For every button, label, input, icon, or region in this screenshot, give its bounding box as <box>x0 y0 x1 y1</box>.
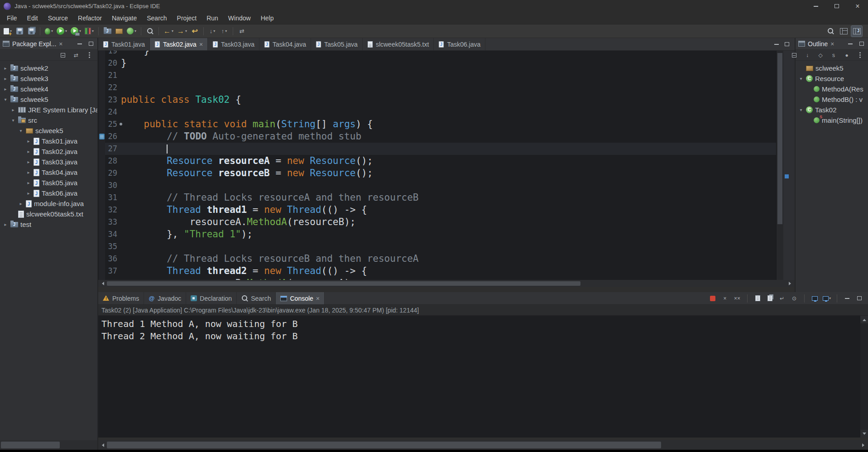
view-tab-search[interactable]: Search <box>237 292 276 304</box>
tree-item-task02[interactable]: ▾Task02 <box>796 105 868 115</box>
last-edit-location-button[interactable]: ↩ <box>189 26 200 37</box>
expander-collapsed-icon[interactable]: ▸ <box>3 66 8 71</box>
tree-item-sclweek2[interactable]: ▸sclweek2 <box>0 63 97 73</box>
editor-tab-task06-java[interactable]: Task06.java <box>434 38 485 50</box>
menu-source[interactable]: Source <box>43 12 73 24</box>
scroll-right-arrow-icon[interactable] <box>787 280 795 287</box>
line-number[interactable]: 26 <box>105 130 121 143</box>
line-number[interactable]: 21 <box>105 69 121 82</box>
console-vertical-scrollbar[interactable] <box>860 316 868 438</box>
scrollbar-thumb[interactable] <box>107 281 580 286</box>
line-number[interactable]: 27 <box>105 143 121 155</box>
code-line[interactable]: 33 resourceA.MethodA(resourceB); <box>105 216 776 228</box>
line-number[interactable]: 35 <box>105 240 121 253</box>
menu-run[interactable]: Run <box>201 12 223 24</box>
line-number[interactable]: 28 <box>105 155 121 167</box>
code-line[interactable]: 31 // Thread Locks resourceA and then re… <box>105 192 776 204</box>
line-number[interactable]: 24 <box>105 106 121 118</box>
expander-collapsed-icon[interactable]: ▸ <box>10 107 16 112</box>
editor-horizontal-scrollbar[interactable] <box>98 280 795 287</box>
expander-expanded-icon[interactable]: ▾ <box>10 118 16 123</box>
menu-help[interactable]: Help <box>256 12 279 24</box>
code-line[interactable]: 32 Thread thread1 = new Thread(() -> { <box>105 204 776 216</box>
code-pane[interactable]: 19 }20}212223public class Task02 {2425 p… <box>105 51 776 280</box>
code-line[interactable]: 35 <box>105 240 776 253</box>
outline-title[interactable]: Outline <box>808 40 828 48</box>
hide-non-public-members-button[interactable]: ● <box>842 50 851 60</box>
line-number[interactable]: 23 <box>105 94 121 106</box>
annotation-ruler[interactable] <box>99 51 105 280</box>
save-all-button[interactable] <box>26 26 37 37</box>
view-tab-console[interactable]: Console× <box>276 292 325 304</box>
code-line[interactable]: 28 Resource resourceA = new Resource(); <box>105 155 776 167</box>
save-button[interactable] <box>14 26 25 37</box>
editor-vertical-scrollbar[interactable] <box>776 51 783 280</box>
close-tab-icon[interactable]: × <box>199 41 203 48</box>
tree-item-methodb-v[interactable]: MethodB() : v <box>796 94 868 105</box>
code-line[interactable]: 34 }, "Thread 1"); <box>105 228 776 240</box>
next-annotation-button[interactable]: ↓▾ <box>207 26 218 37</box>
code-line[interactable]: 22 <box>105 82 776 94</box>
overview-marker-icon[interactable] <box>785 174 789 178</box>
expander-collapsed-icon[interactable]: ▸ <box>26 149 31 154</box>
scroll-left-arrow-icon[interactable] <box>98 280 106 287</box>
tree-item-module-info-java[interactable]: ▸module-info.java <box>0 198 97 209</box>
close-view-icon[interactable]: × <box>59 41 62 47</box>
tree-item-task04-java[interactable]: ▸Task04.java <box>0 167 97 178</box>
maximize-view-button[interactable] <box>858 41 865 47</box>
java-perspective-button[interactable] <box>851 26 862 37</box>
tree-item-resource[interactable]: ▾Resource <box>796 73 868 84</box>
previous-annotation-button[interactable]: ↑▾ <box>219 26 230 37</box>
close-window-button[interactable]: × <box>847 0 868 12</box>
view-menu-button[interactable] <box>85 50 94 60</box>
line-number[interactable]: 25 <box>105 118 121 130</box>
scrollbar-thumb[interactable] <box>1 442 60 448</box>
terminate-button[interactable] <box>708 293 717 303</box>
editor-tab-task03-java[interactable]: Task03.java <box>208 38 259 50</box>
code-editor[interactable]: 19 }20}212223public class Task02 {2425 p… <box>98 51 795 280</box>
tree-item-task03-java[interactable]: ▸Task03.java <box>0 157 97 167</box>
menu-project[interactable]: Project <box>172 12 202 24</box>
tree-item-src[interactable]: ▾src <box>0 115 97 125</box>
new-wizard-button[interactable]: ▾ <box>2 26 13 37</box>
open-search-dialog-button[interactable] <box>144 26 155 37</box>
new-class-button[interactable]: ▾ <box>125 26 138 37</box>
menu-refactor[interactable]: Refactor <box>73 12 107 24</box>
expander-collapsed-icon[interactable]: ▸ <box>26 159 31 164</box>
maximize-window-button[interactable] <box>826 0 847 12</box>
collapse-all-button[interactable] <box>58 50 67 60</box>
code-line[interactable]: 25 public static void main(String[] args… <box>105 118 776 130</box>
open-console-button[interactable]: ▾ <box>822 293 831 303</box>
expander-expanded-icon[interactable]: ▾ <box>798 76 804 81</box>
minimize-view-button[interactable] <box>847 41 854 47</box>
scroll-left-arrow-icon[interactable] <box>98 440 106 450</box>
expander-expanded-icon[interactable]: ▾ <box>798 107 804 112</box>
expander-collapsed-icon[interactable]: ▸ <box>26 191 31 196</box>
back-button[interactable]: ←▾ <box>162 26 175 37</box>
debug-button[interactable]: ▾ <box>43 26 54 37</box>
code-line[interactable]: 21 <box>105 69 776 82</box>
tree-item-task02-java[interactable]: ▸Task02.java <box>0 146 97 157</box>
line-number[interactable]: 34 <box>105 228 121 240</box>
tree-item-sclweek5[interactable]: ▾sclweek5 <box>0 125 97 136</box>
tree-item-sclweek3[interactable]: ▸sclweek3 <box>0 73 97 84</box>
expander-collapsed-icon[interactable]: ▸ <box>26 139 31 144</box>
line-number[interactable]: 20 <box>105 57 121 69</box>
link-with-editor-button[interactable]: ⇄ <box>236 26 247 37</box>
line-number[interactable]: 33 <box>105 216 121 228</box>
editor-tab-task01-java[interactable]: Task01.java <box>98 38 150 50</box>
view-menu-button[interactable] <box>855 50 864 60</box>
close-view-icon[interactable]: × <box>830 41 834 47</box>
expander-collapsed-icon[interactable]: ▸ <box>3 87 8 91</box>
open-perspective-button[interactable] <box>838 26 849 37</box>
view-tab-javadoc[interactable]: Javadoc <box>144 292 186 304</box>
expander-expanded-icon[interactable]: ▾ <box>18 128 24 133</box>
hide-static-members-button[interactable]: s <box>829 50 838 60</box>
view-tab-declaration[interactable]: Declaration <box>186 292 237 304</box>
editor-tab-task02-java[interactable]: Task02.java× <box>150 38 208 50</box>
sort-button[interactable]: ↓ <box>803 50 812 60</box>
line-number[interactable]: 36 <box>105 253 121 265</box>
new-package-button[interactable] <box>114 26 125 37</box>
expander-expanded-icon[interactable]: ▾ <box>3 97 8 102</box>
expander-collapsed-icon[interactable]: ▸ <box>3 76 8 81</box>
